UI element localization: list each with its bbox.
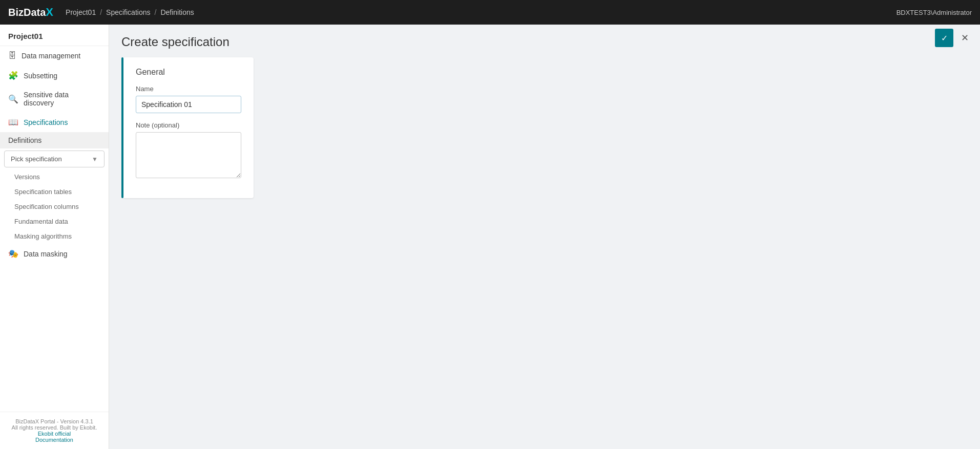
sidebar-ekobit-link[interactable]: Ekobit official bbox=[38, 431, 71, 437]
data-masking-icon: 🎭 bbox=[8, 249, 18, 259]
sidebar-sub-section: Definitions Pick specification ▼ Version… bbox=[0, 132, 109, 244]
subsetting-icon: 🧩 bbox=[8, 71, 18, 80]
breadcrumb-sep-2: / bbox=[154, 8, 156, 16]
sidebar-sub-item-masking-algos[interactable]: Masking algorithms bbox=[0, 229, 109, 244]
sidebar-item-label: Data masking bbox=[24, 250, 68, 258]
sidebar-project-title: Project01 bbox=[0, 25, 109, 46]
sidebar-item-label: Data management bbox=[22, 52, 80, 60]
page-title: Create specification bbox=[109, 25, 980, 57]
form-card: General Name Note (optional) bbox=[123, 57, 254, 198]
sidebar-item-label: Subsetting bbox=[24, 72, 57, 80]
breadcrumb-project: Project01 bbox=[66, 8, 96, 16]
sidebar-item-label: Sensitive data discovery bbox=[24, 91, 100, 107]
note-textarea[interactable] bbox=[136, 132, 241, 178]
navbar: BizDataX Project01 / Specifications / De… bbox=[0, 0, 980, 25]
sidebar-sub-item-versions[interactable]: Versions bbox=[0, 169, 109, 184]
sidebar-version-text: BizDataX Portal - Version 4.3.1 bbox=[8, 418, 100, 424]
logo-text: BizDataX bbox=[8, 6, 53, 19]
sidebar-item-subsetting[interactable]: 🧩 Subsetting bbox=[0, 66, 109, 85]
sidebar-rights-text: All rights reserved. Built by Ekobit. bbox=[8, 424, 100, 431]
form-section-title: General bbox=[136, 68, 241, 77]
breadcrumb: Project01 / Specifications / Definitions bbox=[66, 8, 896, 16]
logo-biz: BizData bbox=[8, 7, 46, 18]
specifications-icon: 📖 bbox=[8, 117, 18, 127]
sidebar-sub-item-spec-tables[interactable]: Specification tables bbox=[0, 184, 109, 199]
pick-specification-label: Pick specification bbox=[11, 155, 62, 163]
sidebar-item-sensitive-data[interactable]: 🔍 Sensitive data discovery bbox=[0, 85, 109, 112]
breadcrumb-specifications: Specifications bbox=[106, 8, 150, 16]
sidebar-sub-header: Definitions bbox=[0, 132, 109, 148]
sidebar-sub-item-fundamental[interactable]: Fundamental data bbox=[0, 214, 109, 229]
sidebar-item-label: Specifications bbox=[24, 118, 68, 126]
sidebar-footer: BizDataX Portal - Version 4.3.1 All righ… bbox=[0, 412, 109, 449]
logo: BizDataX bbox=[8, 6, 53, 19]
form-area: General Name Note (optional) bbox=[109, 57, 980, 198]
note-label: Note (optional) bbox=[136, 121, 241, 129]
sidebar-docs-link[interactable]: Documentation bbox=[35, 437, 73, 443]
data-management-icon: 🗄 bbox=[8, 51, 16, 60]
name-input[interactable] bbox=[136, 96, 241, 113]
name-label: Name bbox=[136, 85, 241, 93]
confirm-button[interactable]: ✓ bbox=[935, 29, 953, 47]
sidebar-sub-item-spec-columns[interactable]: Specification columns bbox=[0, 199, 109, 214]
sidebar-item-specifications[interactable]: 📖 Specifications bbox=[0, 112, 109, 132]
breadcrumb-sep-1: / bbox=[100, 8, 102, 16]
logo-x: X bbox=[46, 6, 53, 18]
sidebar-item-data-masking[interactable]: 🎭 Data masking bbox=[0, 244, 109, 264]
action-buttons: ✓ ✕ bbox=[929, 25, 980, 51]
name-form-group: Name bbox=[136, 85, 241, 113]
note-form-group: Note (optional) bbox=[136, 121, 241, 180]
sidebar-item-data-management[interactable]: 🗄 Data management bbox=[0, 46, 109, 66]
navbar-user: BDXTEST3\Administrator bbox=[896, 9, 972, 16]
cancel-button[interactable]: ✕ bbox=[955, 29, 974, 47]
sidebar: Project01 🗄 Data management 🧩 Subsetting… bbox=[0, 25, 109, 449]
chevron-down-icon: ▼ bbox=[92, 156, 98, 163]
pick-specification-dropdown[interactable]: Pick specification ▼ bbox=[4, 151, 105, 167]
content-area: ✓ ✕ Create specification General Name No… bbox=[109, 25, 980, 449]
sensitive-data-icon: 🔍 bbox=[8, 94, 18, 104]
main-layout: Project01 🗄 Data management 🧩 Subsetting… bbox=[0, 25, 980, 449]
breadcrumb-definitions: Definitions bbox=[160, 8, 194, 16]
